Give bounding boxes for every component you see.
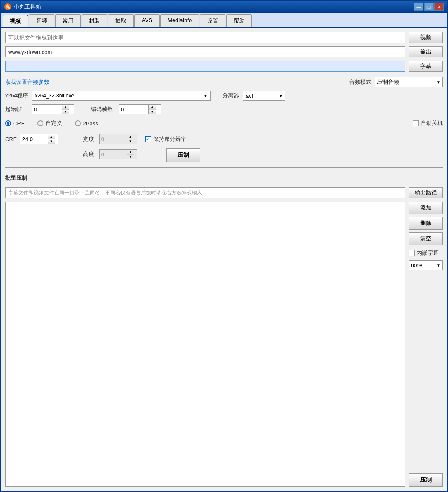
- crf-radio-label: CRF: [13, 120, 25, 127]
- tab-common[interactable]: 常用: [55, 14, 81, 27]
- batch-main: 添加 删除 清空 内嵌字幕 none ▼ 压制: [5, 202, 443, 487]
- audio-params-row: 点我设置音频参数 音频模式 压制音频 ▼: [5, 77, 443, 87]
- tab-mediainfo[interactable]: MediaInfo: [160, 14, 199, 27]
- crf-label: CRF: [5, 136, 17, 142]
- maximize-button[interactable]: □: [424, 3, 434, 11]
- batch-file-list[interactable]: [5, 202, 405, 487]
- auto-shutdown-checkbox[interactable]: [413, 120, 419, 126]
- main-window: 丸 小丸工具箱 — □ ✕ 视频 音频 常用 封装 抽取 AVS MediaIn…: [0, 0, 448, 492]
- resolution-group: 宽度 0 ▲ ▼ ✓ 保持原分辨率: [83, 134, 200, 162]
- keep-resolution-label: 保持原分辨率: [153, 135, 186, 143]
- embed-subtitle-label: 内嵌字幕: [417, 249, 439, 257]
- window-title: 小丸工具箱: [14, 3, 414, 11]
- tab-extract[interactable]: 抽取: [108, 14, 134, 27]
- start-frame-spinners: ▲ ▼: [62, 105, 69, 114]
- compress-button[interactable]: 压制: [166, 148, 200, 162]
- close-button[interactable]: ✕: [434, 3, 444, 11]
- subtitle-row: 字幕: [5, 61, 443, 72]
- height-row: 高度 0 ▲ ▼ 压制: [83, 147, 200, 162]
- width-up-icon[interactable]: ▲: [127, 134, 134, 139]
- embed-subtitle-checkbox[interactable]: [409, 250, 415, 256]
- tab-help[interactable]: 帮助: [226, 14, 252, 27]
- batch-side-buttons: 添加 删除 清空 内嵌字幕 none ▼ 压制: [409, 202, 443, 487]
- output-button[interactable]: 输出: [409, 46, 443, 57]
- audio-mode-arrow-icon: ▼: [437, 80, 441, 85]
- height-up-icon[interactable]: ▲: [127, 150, 134, 155]
- x264-dropdown-arrow-icon: ▼: [203, 94, 208, 98]
- none-dropdown[interactable]: none ▼: [409, 260, 443, 270]
- audio-params-link[interactable]: 点我设置音频参数: [5, 78, 49, 86]
- width-value: 0: [100, 134, 127, 144]
- keep-resolution-checkbox[interactable]: ✓: [145, 136, 151, 142]
- batch-compress-button[interactable]: 压制: [409, 473, 443, 487]
- tab-avs[interactable]: AVS: [134, 14, 160, 27]
- encode-frames-down-icon[interactable]: ▼: [149, 110, 156, 114]
- width-row: 宽度 0 ▲ ▼ ✓ 保持原分辨率: [83, 134, 200, 144]
- file-button[interactable]: 视频: [409, 32, 443, 43]
- subtitle-button[interactable]: 字幕: [409, 61, 443, 72]
- title-bar: 丸 小丸工具箱 — □ ✕: [1, 1, 447, 13]
- tab-settings[interactable]: 设置: [200, 14, 225, 27]
- file-input[interactable]: [5, 32, 405, 43]
- width-input[interactable]: 0 ▲ ▼: [99, 134, 137, 144]
- crf-value: 24.0: [20, 134, 48, 144]
- clear-button[interactable]: 清空: [409, 232, 443, 245]
- tab-audio[interactable]: 音频: [29, 14, 54, 27]
- tab-package[interactable]: 封装: [82, 14, 107, 27]
- window-controls: — □ ✕: [414, 3, 444, 11]
- start-frame-value: 0: [32, 105, 62, 114]
- crf-input[interactable]: 24.0 ▲ ▼: [20, 134, 58, 144]
- delete-button[interactable]: 删除: [409, 217, 443, 230]
- frames-row: 起始帧 0 ▲ ▼ 编码帧数 0 ▲ ▼: [5, 104, 443, 114]
- crf-resolution-row: CRF 24.0 ▲ ▼ 宽度 0: [5, 134, 443, 162]
- tab-bar: 视频 音频 常用 封装 抽取 AVS MediaInfo 设置 帮助: [1, 13, 447, 28]
- height-spinners: ▲ ▼: [127, 150, 134, 159]
- start-frame-input[interactable]: 0 ▲ ▼: [32, 104, 74, 114]
- subtitle-input[interactable]: [5, 61, 405, 72]
- batch-hint-row: 字幕文件和视频文件在同一目录下且同名，不同名仅有语言后缀时请在右方选择或输入 输…: [5, 187, 443, 198]
- minimize-button[interactable]: —: [414, 3, 423, 11]
- auto-shutdown-label: 自动关机: [421, 119, 443, 127]
- separator-dropdown[interactable]: lavf ▼: [243, 91, 285, 101]
- none-dropdown-arrow-icon: ▼: [437, 263, 441, 268]
- encode-frames-input[interactable]: 0 ▲ ▼: [119, 104, 161, 114]
- height-input[interactable]: 0 ▲ ▼: [99, 149, 137, 159]
- custom-radio-icon: [37, 120, 43, 126]
- x264-dropdown[interactable]: x264_32-8bit.exe ▼: [32, 91, 211, 101]
- height-value: 0: [100, 150, 127, 159]
- crf-down-icon[interactable]: ▼: [48, 139, 55, 144]
- encode-frames-value: 0: [119, 105, 149, 114]
- height-label: 高度: [83, 151, 96, 158]
- crf-group: CRF 24.0 ▲ ▼: [5, 134, 58, 144]
- mode-row: CRF 自定义 2Pass 自动关机: [5, 119, 443, 127]
- output-input[interactable]: [5, 46, 405, 57]
- crf-up-icon[interactable]: ▲: [48, 134, 55, 139]
- crf-radio-icon: [5, 120, 11, 126]
- section-divider: [5, 167, 443, 168]
- encode-frames-spinners: ▲ ▼: [149, 105, 156, 114]
- x264-label: x264程序: [5, 92, 29, 100]
- width-spinners: ▲ ▼: [127, 134, 134, 144]
- custom-radio[interactable]: 自定义: [37, 119, 62, 127]
- height-down-icon[interactable]: ▼: [127, 155, 134, 159]
- audio-mode-label: 音频模式: [349, 78, 371, 86]
- twopass-radio[interactable]: 2Pass: [75, 120, 98, 127]
- encode-frames-up-icon[interactable]: ▲: [149, 105, 156, 110]
- output-path-button[interactable]: 输出路径: [409, 187, 443, 198]
- app-icon: 丸: [4, 3, 11, 10]
- add-button[interactable]: 添加: [409, 202, 443, 214]
- embed-subtitle-group: 内嵌字幕: [409, 249, 443, 257]
- width-down-icon[interactable]: ▼: [127, 139, 134, 144]
- twopass-radio-icon: [75, 120, 81, 126]
- auto-shutdown-group: 自动关机: [413, 119, 443, 127]
- start-frame-down-icon[interactable]: ▼: [62, 110, 69, 114]
- audio-mode-dropdown[interactable]: 压制音频 ▼: [375, 77, 443, 87]
- custom-radio-label: 自定义: [46, 119, 62, 127]
- start-frame-up-icon[interactable]: ▲: [62, 105, 69, 110]
- video-tab-content: 视频 输出 字幕 点我设置音频参数 音频模式 压制音频 ▼ x264程序 x26…: [1, 28, 447, 491]
- twopass-radio-label: 2Pass: [83, 120, 98, 127]
- crf-spinners: ▲ ▼: [48, 134, 55, 144]
- crf-radio[interactable]: CRF: [5, 120, 25, 127]
- tab-video[interactable]: 视频: [3, 15, 28, 27]
- separator-arrow-icon: ▼: [279, 94, 283, 98]
